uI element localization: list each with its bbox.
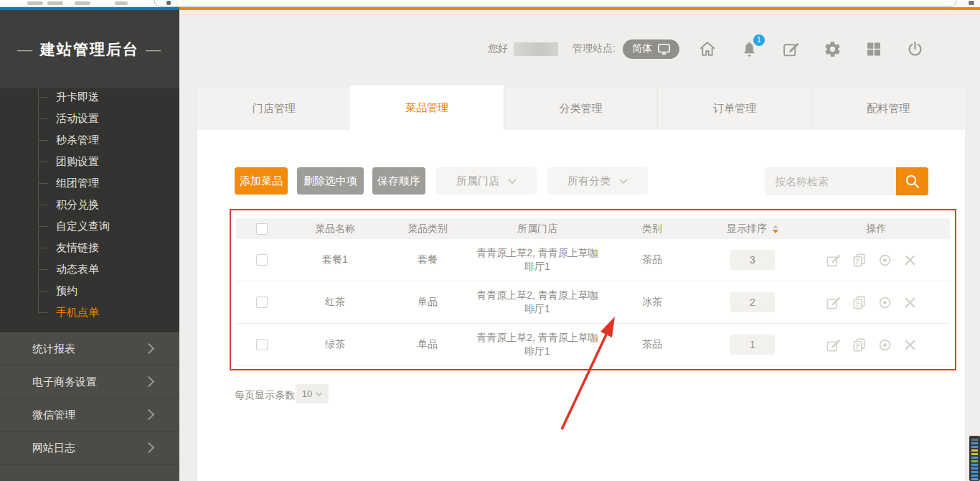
delete-x-icon[interactable] — [903, 296, 917, 309]
greeting-label: 您好 — [488, 42, 508, 55]
browser-menu-icon[interactable] — [969, 1, 974, 5]
tab-bar: 门店管理菜品管理分类管理订单管理配料管理 — [197, 85, 965, 130]
chevron-down-icon — [316, 392, 322, 396]
scroll-stripe — [971, 446, 978, 448]
sidebar: — 建站管理后台 — 升卡即送活动设置秒杀管理团购设置组团管理积分兑换自定义查询… — [0, 10, 179, 481]
search-input[interactable] — [765, 167, 896, 195]
edit-icon[interactable] — [826, 337, 841, 352]
sidebar-submenu: 升卡即送活动设置秒杀管理团购设置组团管理积分兑换自定义查询友情链接动态表单预约手… — [0, 86, 179, 323]
save-order-button[interactable]: 保存顺序 — [372, 167, 425, 195]
category-filter-label: 所有分类 — [567, 174, 611, 188]
table-row: 红茶 单品 青青原上草2, 青青原上草咖啡厅1 冰茶 2 — [236, 281, 950, 324]
sidebar-sections: 统计报表 电子商务设置 微信管理 网站日志 — [0, 332, 179, 481]
delete-selected-button[interactable]: 删除选中项 — [297, 167, 364, 195]
cell-category: 冰茶 — [602, 296, 702, 309]
scrollbar-thumb[interactable] — [969, 436, 980, 481]
username-redacted — [514, 42, 558, 56]
row-checkbox[interactable] — [256, 339, 268, 350]
table-header-row: 菜品名称 菜品类别 所属门店 类别 显示排序 操作 — [236, 218, 950, 239]
view-eye-icon[interactable] — [877, 253, 892, 268]
tab[interactable]: 配料管理 — [811, 88, 965, 130]
per-page-dropdown[interactable]: 10 — [296, 384, 329, 403]
sidebar-item[interactable]: 组团管理 — [0, 172, 179, 194]
delete-x-icon[interactable] — [903, 338, 917, 352]
scroll-stripe — [971, 449, 978, 452]
copy-icon[interactable] — [852, 253, 867, 268]
table-body: 套餐1 套餐 青青原上草2, 青青原上草咖啡厅1 茶品 3 红茶 单品 青青原上… — [236, 239, 950, 366]
sidebar-item[interactable]: 动态表单 — [0, 258, 179, 280]
search-icon — [904, 173, 921, 190]
sidebar-item[interactable]: 团购设置 — [0, 151, 179, 172]
browser-fragment — [27, 1, 43, 5]
scroll-stripe — [971, 475, 978, 477]
sidebar-item[interactable]: 友情链接 — [0, 237, 179, 258]
sort-order-badge: 3 — [730, 250, 775, 270]
cell-category: 茶品 — [602, 338, 702, 351]
chevron-right-icon — [143, 442, 155, 454]
sidebar-item[interactable]: 手机点单 — [0, 302, 179, 323]
sidebar-item[interactable]: 秒杀管理 — [0, 129, 179, 151]
tab-panel-dishes: 添加菜品 删除选中项 保存顺序 所属门店 所有分类 菜品名称 菜品类别 — [197, 130, 965, 481]
tab[interactable]: 分类管理 — [504, 88, 657, 130]
edit-icon[interactable] — [826, 253, 841, 268]
column-header-stores: 所属门店 — [473, 223, 602, 235]
sidebar-item[interactable]: 预约 — [0, 280, 179, 302]
logo-text: 建站管理后台 — [40, 39, 139, 60]
sidebar-item[interactable]: 升卡即送 — [0, 86, 179, 108]
home-icon[interactable] — [698, 39, 717, 58]
edit-icon[interactable] — [826, 295, 841, 310]
delete-x-icon[interactable] — [903, 253, 917, 267]
chevron-right-icon — [143, 343, 155, 355]
copy-icon[interactable] — [852, 295, 867, 310]
logout-power-icon[interactable] — [906, 40, 924, 58]
chevron-down-icon — [508, 179, 517, 184]
row-checkbox[interactable] — [256, 296, 268, 308]
sidebar-section[interactable]: 微信管理 — [0, 398, 179, 431]
site-select-label: 管理站点: — [573, 42, 616, 55]
sidebar-item[interactable]: 活动设置 — [0, 108, 179, 129]
scroll-stripe — [971, 442, 978, 444]
copy-icon[interactable] — [852, 337, 867, 352]
favicon — [166, 1, 171, 5]
cell-dish-name: 红茶 — [288, 296, 382, 309]
sidebar-item[interactable]: 自定义查询 — [0, 215, 179, 237]
tab[interactable]: 门店管理 — [197, 88, 350, 130]
chevron-right-icon — [143, 409, 155, 421]
scroll-stripe — [971, 471, 978, 473]
search-button[interactable] — [896, 167, 928, 195]
edit-icon[interactable] — [782, 40, 800, 58]
apps-grid-icon[interactable] — [865, 40, 882, 57]
sort-toggle[interactable] — [773, 225, 778, 233]
annotation-highlight-box: 菜品名称 菜品类别 所属门店 类别 显示排序 操作 套餐1 套餐 青青 — [230, 209, 956, 370]
scroll-stripe — [971, 457, 978, 459]
store-filter-dropdown[interactable]: 所属门店 — [436, 167, 537, 195]
category-filter-dropdown[interactable]: 所有分类 — [547, 167, 648, 195]
notification-bell-icon[interactable]: 1 — [740, 40, 758, 58]
cell-dish-name: 套餐1 — [288, 253, 382, 266]
address-bar[interactable] — [154, 0, 956, 7]
language-site-button[interactable]: 简体 — [623, 39, 679, 59]
sidebar-section[interactable]: 网站日志 — [0, 431, 179, 464]
row-checkbox[interactable] — [256, 254, 268, 266]
add-dish-button[interactable]: 添加菜品 — [235, 167, 288, 195]
view-eye-icon[interactable] — [877, 295, 892, 310]
content-card: 门店管理菜品管理分类管理订单管理配料管理 添加菜品 删除选中项 保存顺序 所属门… — [197, 85, 965, 481]
site-logo: — 建站管理后台 — — [0, 10, 179, 88]
settings-gear-icon[interactable] — [824, 40, 842, 58]
sidebar-section[interactable]: 电子商务设置 — [0, 365, 179, 398]
column-header-actions: 操作 — [803, 223, 950, 235]
column-header-sort[interactable]: 显示排序 — [702, 223, 803, 235]
sort-order-badge: 2 — [730, 292, 775, 312]
scroll-stripe — [971, 478, 978, 480]
select-all-checkbox[interactable] — [256, 223, 268, 235]
tab[interactable]: 订单管理 — [657, 88, 811, 130]
scroll-stripe — [971, 467, 978, 470]
tab[interactable]: 菜品管理 — [350, 85, 503, 130]
sidebar-section[interactable]: 统计报表 — [0, 332, 179, 365]
sidebar-item[interactable]: 积分兑换 — [0, 194, 179, 215]
logo-dash: — — [17, 41, 34, 58]
scroll-stripe — [971, 439, 978, 441]
chevron-down-icon — [619, 179, 628, 184]
view-eye-icon[interactable] — [877, 337, 892, 352]
logo-dash: — — [146, 41, 162, 58]
